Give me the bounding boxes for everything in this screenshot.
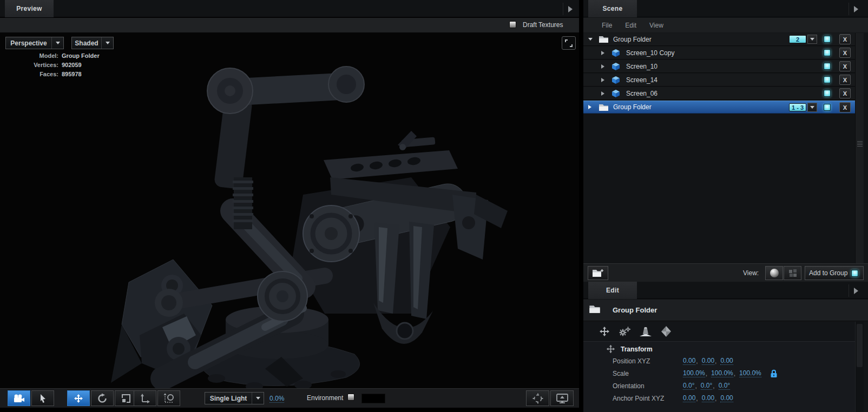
edit-tabbar: Edit [583,282,868,299]
camera-tool-button[interactable] [8,390,30,406]
anchor-x-field[interactable]: 0.00 [683,394,695,402]
delete-item-button[interactable]: X [839,61,851,71]
scene-tree-row-group-folder-selected[interactable]: Group Folder 1 - 3 X [583,101,855,114]
scrollbar-grip[interactable] [857,141,863,148]
position-z-field[interactable]: 0.00 [720,357,733,365]
transform-section-label: Transform [621,345,653,353]
delete-item-button[interactable]: X [839,48,851,58]
expand-arrow-icon[interactable] [588,105,591,109]
edit-pivot-tab-button[interactable] [659,324,673,338]
preview-panel-expand-button[interactable] [563,3,577,15]
badge-dropdown-button[interactable] [807,35,817,44]
tab-preview[interactable]: Preview [5,0,54,17]
anchor-y-field[interactable]: 0.00 [702,394,714,402]
expand-arrow-icon[interactable] [601,91,604,96]
light-intensity-value[interactable]: 0.0% [269,395,284,403]
environment-checkbox[interactable] [347,394,354,401]
shading-mode-value: Shaded [72,37,101,49]
orientation-y-field[interactable]: 0.0° [701,382,712,390]
rotate-tool-button[interactable] [91,390,114,406]
badge-dropdown-button[interactable] [807,103,817,112]
select-tool-button[interactable] [31,390,54,406]
group-count-badge[interactable]: 2 [789,35,806,43]
orientation-x-field[interactable]: 0.0° [683,382,694,390]
axis-mode-button[interactable] [134,390,156,406]
new-folder-button[interactable] [588,266,608,280]
scale-x-field[interactable]: 100.0% [683,369,705,377]
scene-scrollbar[interactable] [855,33,864,263]
scene-tree-row-group-folder[interactable]: Group Folder 2 X [583,33,855,46]
visibility-toggle[interactable] [824,104,831,111]
menu-edit[interactable]: Edit [625,22,636,29]
delete-item-button[interactable]: X [839,75,851,85]
visibility-toggle[interactable] [824,36,831,43]
view-material-button[interactable] [765,266,783,280]
chevron-right-icon [854,288,858,294]
snap-mode-button[interactable] [157,390,180,406]
maximize-viewport-button[interactable] [562,36,576,50]
shading-mode-dropdown[interactable]: Shaded [71,37,114,49]
model-info: Model:Group Folder Vertices:902059 Faces… [16,51,100,79]
viewport-3d[interactable]: Perspective Shaded Model:Group Folder Ve… [0,32,579,388]
toolbag-window: Preview Draft Textures [0,0,868,412]
faces-value: 895978 [62,70,82,79]
environment-color-swatch[interactable] [361,394,385,403]
scale-label: Scale [613,370,683,377]
edit-settings-tab-button[interactable] [618,324,632,338]
scene-tree-row-screen-10-copy[interactable]: Screen_10 Copy X [583,46,855,59]
camera-mode-dropdown[interactable]: Perspective [5,37,64,49]
expand-arrow-icon[interactable] [601,64,604,69]
group-range-badge[interactable]: 1 - 3 [789,103,806,111]
edit-transform-tab-button[interactable] [597,324,611,338]
edit-scrollbar[interactable] [855,322,864,412]
draft-textures-checkbox[interactable] [509,21,516,28]
separator: , [734,370,735,377]
light-mode-dropdown[interactable]: Single Light [205,392,264,404]
transform-row-orientation: Orientation 0.0°, 0.0°, 0.0° [583,380,855,392]
move-icon [599,326,610,337]
menu-view[interactable]: View [649,22,663,29]
delete-item-button[interactable]: X [839,88,851,98]
menu-file[interactable]: File [602,22,612,29]
chevron-down-icon [101,37,113,49]
transform-header[interactable]: Transform [606,344,653,354]
scale-z-field[interactable]: 100.0% [739,369,761,377]
anchor-point-label: Anchor Point XYZ [613,395,683,402]
focus-object-button[interactable] [526,390,549,406]
viewport-toolbar: Single Light 0.0% Environment [0,388,579,408]
edit-panel-expand-button[interactable] [849,284,863,297]
monitor-icon [556,394,568,403]
position-x-field[interactable]: 0.00 [683,357,695,365]
delete-item-button[interactable]: X [839,34,851,44]
delete-item-button[interactable]: X [839,102,851,112]
scene-tree-row-screen-14[interactable]: Screen_14 X [583,74,855,87]
expand-arrow-icon[interactable] [601,51,604,55]
material-sphere-icon [770,269,779,277]
view-objects-button[interactable] [784,266,801,280]
chevron-down-icon [810,38,814,41]
position-y-field[interactable]: 0.00 [702,357,714,365]
scale-y-field[interactable]: 100.0% [711,369,733,377]
side-panels: Scene File Edit View Group Folder 2 X [583,0,868,412]
edit-mesh-tab-button[interactable] [639,324,653,338]
edit-section-icons [583,322,855,341]
tab-edit[interactable]: Edit [588,282,637,299]
visibility-toggle[interactable] [824,76,831,83]
scene-tree-row-screen-10[interactable]: Screen_10 X [583,60,855,73]
collapse-arrow-icon[interactable] [588,38,593,41]
anchor-z-field[interactable]: 0.00 [720,394,733,402]
move-tool-button[interactable] [67,390,90,406]
scale-lock-icon[interactable] [770,369,778,378]
scrollbar-thumb[interactable] [857,324,863,367]
orientation-z-field[interactable]: 0.0° [719,382,730,390]
expand-arrow-icon[interactable] [601,78,604,82]
visibility-toggle[interactable] [824,63,831,70]
tab-scene[interactable]: Scene [588,0,637,17]
scene-panel-expand-button[interactable] [849,3,863,15]
visibility-toggle[interactable] [824,49,831,56]
add-to-group-button[interactable]: Add to Group [805,266,864,280]
scale-icon [121,394,131,403]
present-mode-button[interactable] [550,390,574,406]
visibility-toggle[interactable] [824,90,831,97]
scene-tree-row-screen-06[interactable]: Screen_06 X [583,87,855,100]
